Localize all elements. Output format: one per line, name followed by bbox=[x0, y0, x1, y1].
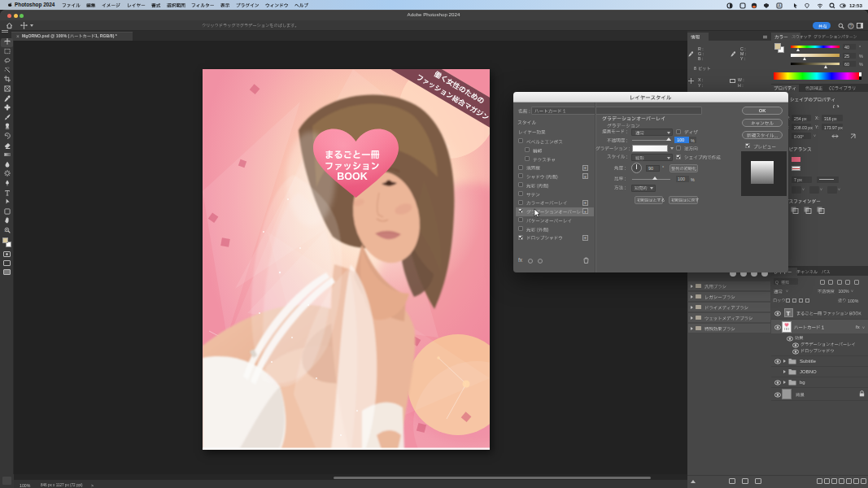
svg-text:A: A bbox=[778, 3, 781, 8]
svg-text:?: ? bbox=[850, 23, 853, 28]
